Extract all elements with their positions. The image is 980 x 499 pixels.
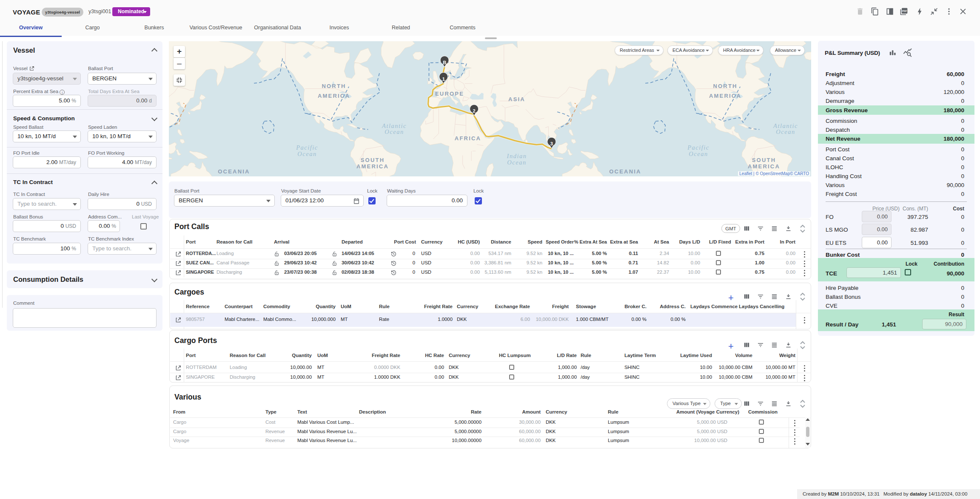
svg-text:OCEANIA: OCEANIA: [218, 168, 250, 175]
svg-text:NORTH: NORTH: [713, 83, 737, 89]
svg-text:SOUTH: SOUTH: [361, 157, 385, 163]
svg-text:Ocean: Ocean: [297, 150, 316, 157]
svg-text:PDF: PDF: [902, 10, 907, 12]
svg-text:AFRICA: AFRICA: [455, 135, 481, 142]
svg-text:Ocean: Ocean: [689, 150, 708, 157]
svg-text:OCEANIA: OCEANIA: [609, 168, 641, 175]
svg-text:Pacific: Pacific: [687, 144, 709, 151]
svg-text:B: B: [443, 60, 446, 65]
svg-text:Pacific: Pacific: [296, 144, 318, 151]
svg-text:Ocean: Ocean: [385, 128, 404, 135]
svg-text:2: 2: [473, 108, 476, 113]
svg-text:Indian: Indian: [507, 153, 527, 159]
svg-text:AMERICA: AMERICA: [709, 93, 741, 99]
svg-text:3: 3: [550, 141, 553, 146]
svg-text:AMERICA: AMERICA: [318, 93, 350, 99]
svg-text:1: 1: [442, 77, 445, 82]
svg-text:NORTH: NORTH: [322, 83, 346, 89]
svg-text:AMERICA: AMERICA: [748, 163, 780, 170]
svg-text:Ocean: Ocean: [507, 159, 526, 166]
svg-text:EUROPE: EUROPE: [435, 91, 464, 97]
svg-text:ASIA: ASIA: [508, 96, 525, 102]
svg-text:SOUTH: SOUTH: [752, 157, 776, 163]
svg-text:Ocean: Ocean: [776, 128, 795, 135]
svg-text:AMERICA: AMERICA: [356, 163, 389, 170]
